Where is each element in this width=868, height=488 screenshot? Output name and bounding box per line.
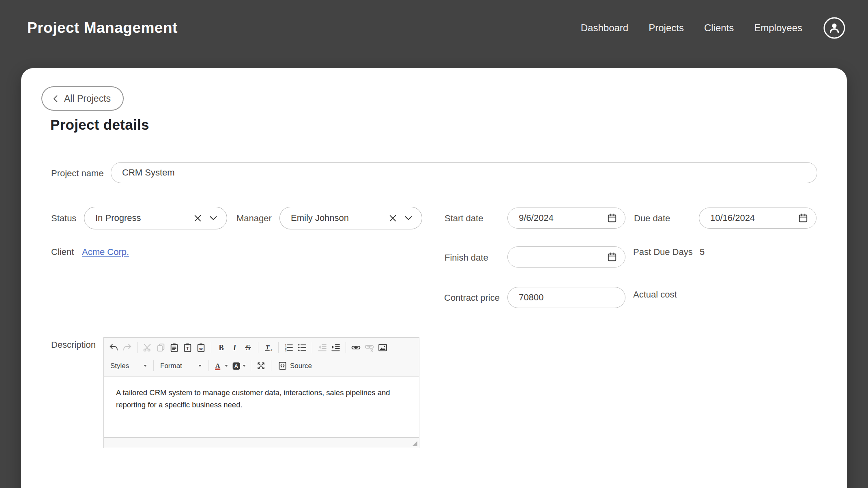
calendar-icon[interactable]: [607, 213, 617, 223]
project-name-input[interactable]: [111, 162, 817, 183]
manager-label: Manager: [236, 213, 272, 224]
source-button[interactable]: Source: [275, 358, 315, 374]
paste-word-icon[interactable]: W: [194, 340, 208, 355]
description-label: Description: [51, 340, 96, 350]
link-icon[interactable]: [349, 340, 363, 355]
background-color-icon[interactable]: A: [230, 358, 247, 374]
outdent-icon: [316, 340, 329, 355]
chevron-left-icon: [51, 94, 61, 103]
indent-icon[interactable]: [329, 340, 342, 355]
status-value: In Progress: [95, 213, 193, 223]
toolbar-separator: [137, 342, 138, 353]
format-dropdown[interactable]: Format: [157, 358, 205, 374]
svg-text:x: x: [270, 348, 273, 352]
svg-text:T: T: [186, 347, 189, 351]
project-details-card: All Projects Project details Project nam…: [21, 68, 847, 488]
manager-select[interactable]: Emily Johnson: [279, 207, 422, 229]
svg-text:B: B: [219, 343, 224, 352]
toolbar-separator: [258, 342, 258, 353]
chevron-down-icon: [198, 365, 202, 367]
svg-text:3: 3: [285, 349, 286, 352]
due-date-field-wrap: [699, 208, 816, 229]
back-button-label: All Projects: [64, 93, 111, 104]
editor-footer: [104, 437, 419, 448]
maximize-icon[interactable]: [254, 358, 268, 374]
editor-toolbar: TWBISTx123 Styles Format A A: [104, 338, 419, 377]
page-title: Project details: [50, 117, 149, 133]
clear-icon[interactable]: [193, 213, 203, 223]
bulleted-list-icon[interactable]: [295, 340, 309, 355]
cut-icon: [141, 340, 154, 355]
toolbar-separator: [211, 342, 211, 353]
strikethrough-icon[interactable]: S: [241, 340, 255, 355]
calendar-icon[interactable]: [607, 252, 617, 262]
text-color-icon[interactable]: A: [212, 358, 230, 374]
toolbar-separator: [251, 360, 251, 371]
toolbar-separator: [278, 342, 279, 353]
app-header: Project Management Dashboard Projects Cl…: [0, 0, 868, 68]
status-label: Status: [51, 213, 76, 224]
manager-value: Emily Johnson: [291, 213, 388, 223]
all-projects-back-button[interactable]: All Projects: [41, 86, 124, 111]
status-select[interactable]: In Progress: [84, 207, 227, 229]
source-icon: [278, 361, 287, 370]
due-date-label: Due date: [634, 213, 670, 224]
nav-item-employees[interactable]: Employees: [754, 22, 802, 34]
calendar-icon[interactable]: [798, 213, 808, 223]
description-content[interactable]: A tailored CRM system to manage customer…: [104, 377, 419, 437]
project-name-label: Project name: [51, 168, 104, 179]
start-date-label: Start date: [445, 213, 483, 224]
main-nav: Dashboard Projects Clients Employees: [581, 16, 846, 40]
toolbar-separator: [312, 342, 312, 353]
redo-icon: [120, 340, 134, 355]
unlink-icon: [363, 340, 376, 355]
italic-icon[interactable]: I: [228, 340, 241, 355]
client-link[interactable]: Acme Corp.: [82, 247, 129, 257]
toolbar-separator: [271, 360, 271, 371]
contract-price-input[interactable]: [507, 287, 625, 308]
resize-handle-icon[interactable]: [412, 441, 417, 446]
toolbar-separator: [346, 342, 346, 353]
contract-price-field-wrap: [507, 287, 625, 308]
past-due-days-value: 5: [700, 247, 705, 257]
past-due-days-label: Past Due Days: [633, 247, 693, 257]
editor-toolbar-row2: Styles Format A A: [107, 357, 416, 375]
styles-dropdown[interactable]: Styles: [107, 358, 150, 374]
clear-icon[interactable]: [388, 213, 398, 223]
remove-format-icon[interactable]: Tx: [262, 340, 275, 355]
app-title: Project Management: [27, 19, 178, 36]
chevron-down-icon[interactable]: [208, 213, 219, 223]
toolbar-separator: [153, 360, 154, 371]
svg-text:A: A: [234, 363, 238, 369]
svg-text:W: W: [199, 347, 203, 351]
nav-item-projects[interactable]: Projects: [649, 22, 684, 34]
project-name-field-wrap: [111, 162, 817, 183]
actual-cost-label: Actual cost: [633, 289, 677, 300]
description-text: A tailored CRM system to manage customer…: [116, 387, 400, 411]
finish-date-field-wrap: [507, 246, 625, 268]
client-label: Client: [51, 247, 74, 257]
toolbar-separator: [208, 360, 208, 371]
start-date-field-wrap: [507, 208, 625, 229]
undo-icon[interactable]: [107, 340, 120, 355]
image-icon[interactable]: [376, 340, 389, 355]
editor-toolbar-row1: TWBISTx123: [107, 338, 416, 357]
bold-icon[interactable]: B: [215, 340, 228, 355]
user-icon[interactable]: [823, 16, 846, 40]
chevron-down-icon: [144, 365, 147, 367]
numbered-list-icon[interactable]: 123: [282, 340, 295, 355]
paste-icon[interactable]: [168, 340, 181, 355]
svg-text:A: A: [215, 362, 220, 369]
finish-date-label: Finish date: [445, 253, 488, 263]
nav-item-clients[interactable]: Clients: [704, 22, 734, 34]
description-editor: TWBISTx123 Styles Format A A: [103, 337, 419, 448]
paste-text-icon[interactable]: T: [181, 340, 194, 355]
nav-item-dashboard[interactable]: Dashboard: [581, 22, 628, 34]
svg-text:T: T: [266, 344, 270, 351]
svg-text:I: I: [233, 343, 236, 352]
contract-price-label: Contract price: [444, 293, 500, 303]
copy-icon: [154, 340, 168, 355]
chevron-down-icon[interactable]: [403, 213, 414, 223]
